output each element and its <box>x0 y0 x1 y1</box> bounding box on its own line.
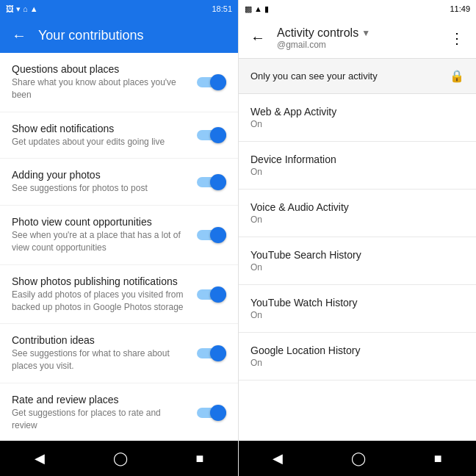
activity-item[interactable]: YouTube Search History On <box>239 237 476 285</box>
toggle-4[interactable] <box>197 286 226 303</box>
top-bar-left: ← Your contributions <box>0 18 238 53</box>
status-bar-right: ▩ ▲ ▮ 11:49 <box>239 0 476 18</box>
activity-name-3: YouTube Search History <box>250 249 464 261</box>
activity-item[interactable]: Web & App Activity On <box>239 94 476 142</box>
nav-bar-right: ◀ ◯ ■ <box>239 441 476 476</box>
setting-text-6: Rate and review places Get suggestions f… <box>12 394 188 432</box>
setting-item: Show edit notifications Get updates abou… <box>0 112 238 159</box>
home-nav-left[interactable]: ◯ <box>113 450 128 466</box>
activity-status-1: On <box>250 167 464 177</box>
privacy-text: Only you can see your activity <box>250 71 378 82</box>
image-icon: 🖼 <box>6 4 14 13</box>
signal-icon: ⌂ <box>23 4 28 13</box>
setting-item: Show photos publishing notifications Eas… <box>0 265 238 325</box>
right-status-icons: ▩ ▲ ▮ <box>245 4 269 14</box>
title-row: Activity controls ▼ <box>277 26 444 40</box>
activity-item[interactable]: YouTube Watch History On <box>239 285 476 333</box>
activity-status-4: On <box>250 310 464 320</box>
lock-icon: 🔒 <box>450 69 464 83</box>
setting-text-4: Show photos publishing notifications Eas… <box>12 275 188 314</box>
setting-name-0: Questions about places <box>12 63 188 75</box>
setting-text-0: Questions about places Share what you kn… <box>12 63 188 101</box>
setting-item: Rate and review places Get suggestions f… <box>0 383 238 441</box>
setting-name-2: Adding your photos <box>12 169 188 181</box>
toggle-thumb-4 <box>210 286 226 303</box>
recents-nav-right[interactable]: ■ <box>434 451 442 466</box>
toggle-thumb-0 <box>210 74 226 90</box>
top-bar-right: ← Activity controls ▼ @gmail.com ⋮ <box>239 18 476 59</box>
back-button-left[interactable]: ← <box>12 27 26 44</box>
status-bar-left: 🖼 ▾ ⌂ ▲ 18:51 <box>0 0 238 18</box>
toggle-1[interactable] <box>197 126 226 144</box>
setting-text-1: Show edit notifications Get updates abou… <box>12 123 188 148</box>
setting-item: Contribution ideas See suggestions for w… <box>0 324 238 383</box>
activity-item[interactable]: Google Location History On <box>239 333 476 381</box>
recents-nav-left[interactable]: ■ <box>196 451 204 466</box>
setting-desc-0: Share what you know about places you've … <box>12 76 188 101</box>
toggle-thumb-1 <box>210 127 226 143</box>
activity-name-4: YouTube Watch History <box>250 297 464 309</box>
privacy-banner: Only you can see your activity 🔒 <box>239 59 476 94</box>
title-section: Activity controls ▼ @gmail.com <box>277 26 444 50</box>
activity-status-5: On <box>250 358 464 368</box>
setting-desc-6: Get suggestions for places to rate and r… <box>12 407 188 432</box>
activity-name-1: Device Information <box>250 154 464 165</box>
toggle-thumb-2 <box>210 174 226 190</box>
back-nav-left[interactable]: ◀ <box>35 450 45 466</box>
setting-item: Photo view count opportunities See when … <box>0 206 238 265</box>
activity-status-0: On <box>250 119 464 129</box>
activities-list: Web & App Activity On Device Information… <box>239 94 476 441</box>
activity-name-2: Voice & Audio Activity <box>250 201 464 213</box>
setting-desc-3: See when you're at a place that has a lo… <box>12 229 188 254</box>
setting-desc-4: Easily add photos of places you visited … <box>12 289 188 314</box>
setting-name-3: Photo view count opportunities <box>12 216 188 228</box>
more-options-button[interactable]: ⋮ <box>444 24 470 53</box>
toggle-2[interactable] <box>197 173 226 191</box>
nav-bar-left: ◀ ◯ ■ <box>0 441 238 476</box>
setting-text-3: Photo view count opportunities See when … <box>12 216 188 254</box>
activity-item[interactable]: Voice & Audio Activity On <box>239 190 476 237</box>
account-subtitle: @gmail.com <box>277 40 444 50</box>
activity-name-5: Google Location History <box>250 345 464 356</box>
home-nav-right[interactable]: ◯ <box>351 450 366 466</box>
chevron-down-icon: ▼ <box>361 28 370 38</box>
setting-name-6: Rate and review places <box>12 394 188 405</box>
right-panel-title: Activity controls <box>277 26 358 40</box>
settings-list: Questions about places Share what you kn… <box>0 53 238 441</box>
signal2-icon: ▲ <box>30 4 38 13</box>
activity-status-2: On <box>250 214 464 225</box>
back-button-right[interactable]: ← <box>245 24 271 52</box>
toggle-5[interactable] <box>197 345 226 362</box>
back-nav-right[interactable]: ◀ <box>273 450 283 466</box>
right-time: 11:49 <box>450 4 470 13</box>
setting-item: Adding your photos See suggestions for p… <box>0 159 238 206</box>
setting-text-2: Adding your photos See suggestions for p… <box>12 169 188 195</box>
setting-name-4: Show photos publishing notifications <box>12 275 188 287</box>
toggle-0[interactable] <box>197 73 226 91</box>
toggle-3[interactable] <box>197 226 226 244</box>
setting-text-5: Contribution ideas See suggestions for w… <box>12 334 188 372</box>
left-panel: 🖼 ▾ ⌂ ▲ 18:51 ← Your contributions Quest… <box>0 0 238 476</box>
setting-desc-1: Get updates about your edits going live <box>12 136 188 148</box>
wifi-icon: ▾ <box>16 4 21 14</box>
left-time: 18:51 <box>212 4 232 13</box>
activity-status-3: On <box>250 262 464 273</box>
activity-name-0: Web & App Activity <box>250 106 464 118</box>
left-panel-title: Your contributions <box>38 28 143 43</box>
setting-name-1: Show edit notifications <box>12 123 188 134</box>
toggle-thumb-5 <box>210 345 226 361</box>
toggle-thumb-3 <box>210 227 226 243</box>
setting-desc-2: See suggestions for photos to post <box>12 182 188 195</box>
left-status-icons: 🖼 ▾ ⌂ ▲ <box>6 4 38 14</box>
setting-item: Questions about places Share what you kn… <box>0 53 238 112</box>
toggle-thumb-6 <box>210 405 226 421</box>
activity-item[interactable]: Device Information On <box>239 142 476 190</box>
setting-desc-5: See suggestions for what to share about … <box>12 347 188 372</box>
right-panel: ▩ ▲ ▮ 11:49 ← Activity controls ▼ @gmail… <box>238 0 476 476</box>
setting-name-5: Contribution ideas <box>12 334 188 346</box>
toggle-6[interactable] <box>197 404 226 422</box>
